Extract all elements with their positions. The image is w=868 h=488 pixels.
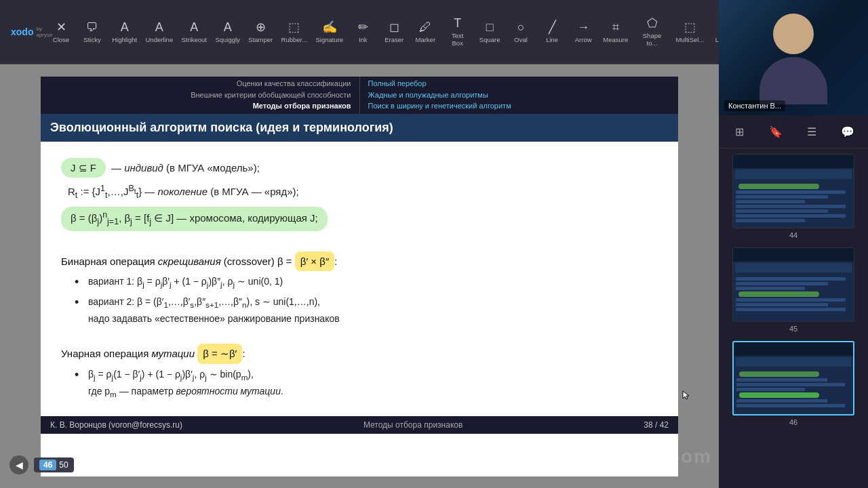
toolbar-item-stamper[interactable]: ⊕Stamper [245,5,276,59]
toolbar-item-oval[interactable]: ○Oval [506,5,536,59]
eraser-label: Eraser [384,36,403,43]
signature-label: Signature [315,36,343,43]
zoom-watermark: zoom [657,446,712,468]
bullet-2-1: • βj = ρj(1 − β′j) + (1 − ρj)β′j, ρj ∼ b… [75,367,658,401]
video-background [719,0,868,115]
footer-left: К. В. Воронцов (voron@forecsys.ru) [50,420,182,430]
square-icon: □ [486,21,494,33]
slide-nav: Оценки качества классификации Внешние кр… [41,77,678,114]
thumbnail-46: 46 [724,341,863,426]
toolbar-item-multisel[interactable]: ⬚MultiSel... [673,5,708,59]
page-badge: 46 50 [34,458,74,472]
close-label: Close [53,36,69,43]
bullet-1-1: • вариант 1: βj = ρjβ′j + (1 − ρj)β″j, ρ… [75,274,658,291]
video-area: Константин В... [719,0,868,115]
close-icon: ✕ [56,21,66,33]
toolbar-item-highlight[interactable]: AHighlight [108,5,140,59]
panel-icon-grid[interactable]: ⊞ [729,121,751,142]
multisel-label: MultiSel... [676,36,705,43]
math-highlight-1: J ⊆ F [61,158,106,178]
footer-center: Методы отбора признаков [363,420,462,430]
rubber-label: Rubber... [281,36,308,43]
sticky-label: Sticky [83,36,100,43]
toolbar-item-line[interactable]: ╱Line [537,5,567,59]
prev-page-button[interactable]: ◀ [9,455,28,474]
oval-icon: ○ [517,21,525,33]
toolbar-item-underline[interactable]: AUnderline [142,5,176,59]
avatar-head [773,14,814,54]
toolbar-item-signature[interactable]: ✍Signature [312,5,347,59]
toolbar-item-eraser[interactable]: ◻Eraser [379,5,409,59]
section2-title: Унарная операция мутации β = ∼β′: [61,344,658,364]
measure-icon: ⌗ [612,21,619,33]
toolbar-item-close[interactable]: ✕Close [46,5,76,59]
toolbar-item-squiggly[interactable]: ASquiggly [212,5,243,59]
thumbnail-num-44: 44 [789,231,797,239]
panel-icon-bookmark[interactable]: 🔖 [765,121,787,142]
nav-right-line2: Жадные и полужадные алгоритмы [368,89,671,101]
oval-label: Oval [514,36,528,43]
bullet-1-2: • вариант 2: β = (β′1,…,β′s,β″s+1,…,β″n)… [75,294,658,327]
textbox-icon: T [454,17,461,29]
toolbar-item-textbox[interactable]: TText Box [441,5,473,59]
squiggly-icon: A [224,21,232,33]
arrow-label: Arrow [575,36,592,43]
math-line-1: J ⊆ F — индивид (в МГУА «модель»); [61,158,658,178]
strikeout-icon: A [190,21,198,33]
rubber-icon: ⬚ [288,21,300,33]
thumbnail-44: 44 [724,154,863,239]
eraser-icon: ◻ [389,21,399,33]
line-label: Line [546,36,558,43]
signature-icon: ✍ [322,21,337,33]
toolbar-item-sticky[interactable]: 🗩Sticky [77,5,107,59]
main-content: Оценки качества классификации Внешние кр… [0,64,719,488]
underline-icon: A [155,21,163,33]
app-logo: xodo by apryse [5,26,46,38]
thumbnail-num-46: 46 [789,418,797,426]
thumbnail-45: 45 [724,247,863,333]
panel-icon-chat[interactable]: 💬 [837,121,859,142]
toolbar-item-rubber[interactable]: ⬚Rubber... [277,5,311,59]
toolbar-item-square[interactable]: □Square [475,5,505,59]
right-panel: Константин В... ⊞ 🔖 ☰ 💬 [719,0,868,488]
user-name: Константин В... [724,100,785,111]
toolbar-item-arrow[interactable]: →Arrow [568,5,598,59]
toolbar: xodo by apryse ✕Close🗩StickyAHighlightAU… [0,0,719,64]
stamper-label: Stamper [248,36,273,43]
nav-left-line1: Оценки качества классификации [49,78,351,89]
marker-label: Marker [415,36,435,43]
toolbar-item-measure[interactable]: ⌗Measure [599,5,631,59]
panel-icons: ⊞ 🔖 ☰ 💬 [719,115,868,148]
math-highlight-3: β = (βj)nj=1, βj = [fj ∈ J] — хромосома,… [61,207,328,230]
shape-icon: ⬠ [647,17,658,29]
toolbar-item-shape[interactable]: ⬠Shape to... [633,5,671,59]
square-label: Square [479,36,500,43]
underline-label: Underline [146,36,174,43]
page-controls: ◀ 46 50 [9,455,74,474]
thumbnail-img-45[interactable] [732,247,854,322]
sticky-icon: 🗩 [86,21,98,33]
logo-text: xodo [11,26,33,37]
thumbnail-img-44[interactable] [732,154,854,228]
section1-title: Бинарная операция скрещивания (crossover… [61,251,658,272]
thumbnail-img-46[interactable] [732,341,854,415]
toolbar-item-ink[interactable]: ✏Ink [348,5,378,59]
slide-nav-right: Полный перебор Жадные и полужадные алгор… [360,77,679,114]
slide-body: J ⊆ F — индивид (в МГУА «модель»); Rt :=… [41,142,678,416]
line-icon: ╱ [549,21,556,33]
arrow-icon: → [577,21,589,33]
avatar-body [760,57,827,104]
measure-label: Measure [603,36,628,43]
toolbar-item-marker[interactable]: 🖊Marker [410,5,440,59]
footer-right: 38 / 42 [644,420,669,430]
toolbar-item-strikeout[interactable]: AStrikeout [178,5,210,59]
panel-icon-list[interactable]: ☰ [801,121,823,142]
highlight-icon: A [121,21,129,33]
slide-footer: К. В. Воронцов (voron@forecsys.ru) Метод… [41,416,678,434]
slide-title: Эволюционный алгоритм поиска (идея и тер… [41,114,678,142]
thumbnails: 44 45 [719,148,868,488]
nav-left-line3: Методы отбора признаков [49,100,351,112]
marker-icon: 🖊 [419,21,431,33]
strikeout-label: Strikeout [182,36,208,43]
thumbnail-num-45: 45 [789,325,797,333]
